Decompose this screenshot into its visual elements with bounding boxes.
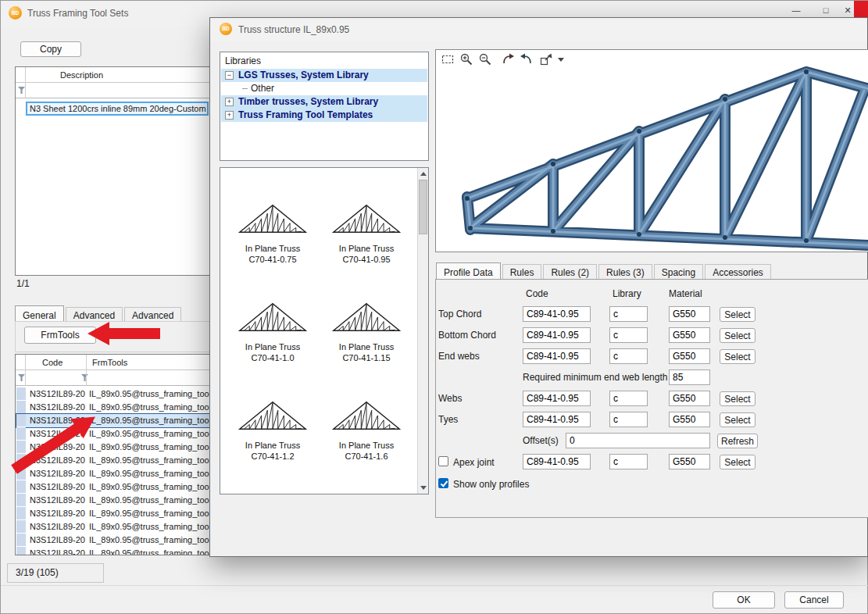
row-selector[interactable]: [16, 480, 26, 494]
truss-3d-viewport[interactable]: [435, 49, 868, 252]
table-row[interactable]: N3S12IL89-20IL_89x0.95@truss_framing_too: [16, 547, 212, 555]
bend-arrow-right-icon[interactable]: [502, 52, 517, 68]
filter-funnel-icon[interactable]: [18, 87, 25, 94]
tree-item-other[interactable]: Other: [221, 82, 427, 95]
tree-expand-icon[interactable]: +: [225, 111, 234, 120]
tab-spacing[interactable]: Spacing: [654, 264, 703, 280]
webs-code-input[interactable]: [523, 391, 591, 406]
tree-expand-icon[interactable]: +: [225, 98, 234, 106]
row-selector[interactable]: [16, 387, 26, 401]
tab-advanced-1[interactable]: Advanced: [66, 307, 123, 323]
top-chord-material-input[interactable]: [669, 306, 710, 322]
tab-profile-data[interactable]: Profile Data: [436, 262, 501, 280]
tree-collapse-icon[interactable]: −: [225, 71, 234, 80]
description-filter-row[interactable]: [16, 83, 211, 98]
table-row[interactable]: N3S12IL89-20IL_89x0.95@truss_framing_too: [16, 507, 212, 520]
code-column-header[interactable]: Code: [42, 358, 63, 367]
row-selector[interactable]: [16, 534, 26, 547]
end-webs-material-input[interactable]: [669, 348, 710, 364]
cancel-button[interactable]: Cancel: [784, 591, 844, 609]
refresh-button[interactable]: Refresh: [717, 434, 758, 448]
filter-funnel-icon[interactable]: [18, 374, 25, 381]
table-row[interactable]: N3S12IL89-20IL_89x0.95@truss_framing_too: [16, 520, 212, 534]
end-webs-library-input[interactable]: [609, 348, 648, 364]
zoom-in-icon[interactable]: [459, 52, 475, 68]
description-column-header[interactable]: Description: [60, 70, 103, 80]
filter-funnel-icon[interactable]: [81, 374, 88, 381]
bottom-chord-material-input[interactable]: [669, 327, 710, 343]
dialog-titlebar[interactable]: BD Truss structure IL_89x0.95: [210, 18, 867, 41]
tyes-code-input[interactable]: [523, 412, 591, 427]
offset-input[interactable]: [566, 433, 710, 448]
tab-rules[interactable]: Rules: [502, 264, 542, 280]
apex-joint-checkbox[interactable]: [438, 456, 448, 466]
row-selector[interactable]: [16, 414, 26, 427]
table-row-selected[interactable]: N3S12IL89-20IL_89x0.95@truss_framing_too: [16, 414, 212, 427]
tab-accessories[interactable]: Accessories: [705, 264, 771, 280]
fit-view-icon[interactable]: [539, 52, 555, 68]
bottom-chord-library-input[interactable]: [609, 327, 648, 343]
table-row[interactable]: N3S12IL89-20IL_89x0.95@truss_framing_too: [16, 494, 212, 507]
row-selector[interactable]: [16, 401, 26, 414]
bend-arrow-left-icon[interactable]: [519, 52, 534, 68]
gallery-item[interactable]: In Plane Truss C70-41-0.95: [320, 191, 413, 265]
min-end-web-input[interactable]: [669, 369, 710, 385]
tree-item-lgs-trusses[interactable]: − LGS Trusses, System Library: [221, 69, 427, 82]
tyes-material-input[interactable]: [669, 412, 710, 427]
bottom-chord-select-button[interactable]: Select: [720, 328, 755, 343]
row-selector[interactable]: [16, 427, 26, 441]
tree-item-label[interactable]: Other: [251, 82, 274, 95]
row-selector[interactable]: [16, 507, 26, 520]
tool-filter-row[interactable]: [16, 370, 211, 386]
table-row[interactable]: N3S12IL89-20IL_89x0.95@truss_framing_too: [16, 387, 212, 401]
row-selector[interactable]: [16, 494, 26, 507]
zoom-out-icon[interactable]: [478, 52, 494, 68]
webs-library-input[interactable]: [609, 391, 648, 406]
frmtools-button[interactable]: FrmTools: [24, 327, 96, 344]
ok-button[interactable]: OK: [713, 591, 775, 609]
table-row[interactable]: N3S12IL89-20IL_89x0.95@truss_framing_too: [16, 441, 212, 454]
end-webs-code-input[interactable]: [523, 348, 591, 364]
gallery-item[interactable]: In Plane Truss C70-41-0.75: [227, 191, 319, 265]
scroll-up-icon[interactable]: [418, 168, 429, 179]
bottom-chord-code-input[interactable]: [523, 327, 591, 343]
scrollbar-thumb[interactable]: [419, 180, 427, 234]
show-only-profiles-checkbox[interactable]: [438, 478, 448, 488]
top-chord-library-input[interactable]: [609, 306, 648, 322]
table-row[interactable]: N3S12IL89-20IL_89x0.95@truss_framing_too: [16, 454, 212, 467]
row-selector[interactable]: [16, 520, 26, 534]
table-row[interactable]: N3S12IL89-20IL_89x0.95@truss_framing_too: [16, 467, 212, 480]
tab-general[interactable]: General: [15, 305, 64, 323]
tree-item-label[interactable]: Timber trusses, System Library: [238, 95, 378, 109]
tree-item-label[interactable]: Truss Framing Tool Templates: [238, 109, 373, 122]
tyes-library-input[interactable]: [609, 412, 648, 427]
table-row[interactable]: N3S12IL89-20IL_89x0.95@truss_framing_too: [16, 401, 212, 414]
end-webs-select-button[interactable]: Select: [720, 349, 755, 364]
row-selector[interactable]: [16, 441, 26, 454]
table-row[interactable]: N3S12IL89-20IL_89x0.95@truss_framing_too: [16, 427, 212, 441]
apex-material-input[interactable]: [669, 454, 710, 469]
webs-material-input[interactable]: [669, 391, 710, 406]
row-selector[interactable]: [16, 547, 26, 555]
apex-library-input[interactable]: [609, 454, 648, 469]
tree-item-label[interactable]: LGS Trusses, System Library: [238, 69, 369, 82]
row-selector[interactable]: [16, 467, 26, 480]
tree-item-truss-templates[interactable]: + Truss Framing Tool Templates: [221, 109, 427, 122]
apex-select-button[interactable]: Select: [720, 455, 755, 469]
tyes-select-button[interactable]: Select: [720, 412, 755, 427]
tab-advanced-2[interactable]: Advanced: [124, 307, 181, 323]
apex-code-input[interactable]: [523, 454, 591, 469]
top-chord-code-input[interactable]: [523, 306, 591, 322]
table-row[interactable]: N3S12IL89-20IL_89x0.95@truss_framing_too: [16, 480, 212, 494]
webs-select-button[interactable]: Select: [720, 391, 755, 406]
copy-button[interactable]: Copy: [20, 41, 81, 57]
tab-rules-3[interactable]: Rules (3): [598, 264, 652, 280]
frmtools-column-header[interactable]: FrmTools: [92, 358, 127, 367]
row-selector[interactable]: [16, 454, 26, 467]
tree-item-timber-trusses[interactable]: + Timber trusses, System Library: [221, 95, 427, 109]
description-selected-row[interactable]: N3 Sheet 1200crs inline 89mm 20deg-Custo…: [26, 102, 209, 116]
top-chord-select-button[interactable]: Select: [720, 307, 755, 322]
zoom-window-icon[interactable]: [441, 52, 456, 68]
table-row[interactable]: N3S12IL89-20IL_89x0.95@truss_framing_too: [16, 534, 212, 547]
dropdown-chevron-icon[interactable]: [556, 55, 572, 71]
